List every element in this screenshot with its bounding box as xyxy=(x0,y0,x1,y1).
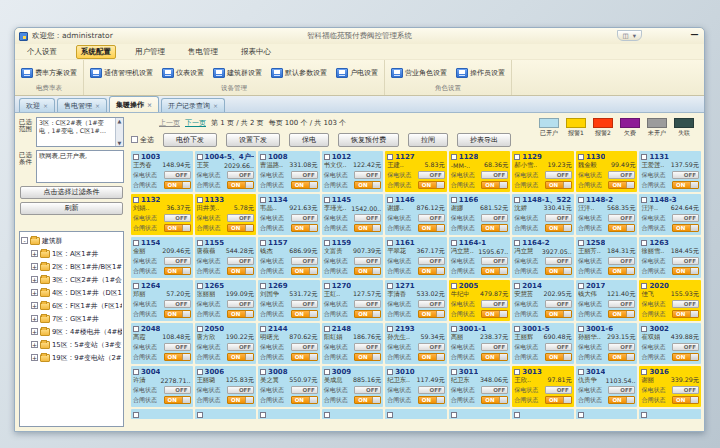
keep-power-toggle[interactable]: OFF xyxy=(227,257,254,265)
switch-status-toggle[interactable]: ON xyxy=(545,396,572,404)
room-card[interactable]: 1128-MM-..68.36元保电状态OFF合闸状态ON xyxy=(449,151,511,192)
room-checkbox[interactable] xyxy=(641,326,647,332)
room-card[interactable]: 1154金丽209.46元保电状态OFF合闸状态ON xyxy=(131,237,193,278)
listbox-scrollbar[interactable]: ▲▼ xyxy=(115,118,123,146)
ribbon-button[interactable]: 默认参数设置 xyxy=(270,67,328,79)
room-checkbox[interactable] xyxy=(260,154,266,160)
select-all-checkbox[interactable] xyxy=(131,136,138,143)
minimize-button[interactable]: — xyxy=(689,31,700,40)
tab-3[interactable]: 集暖操作× xyxy=(109,96,159,112)
tree-root[interactable]: -建筑群 xyxy=(21,234,122,247)
switch-status-toggle[interactable]: ON xyxy=(354,396,381,404)
room-checkbox[interactable] xyxy=(133,240,139,246)
room-card[interactable]: 2014安慧芸202.95元保电状态OFF合闸状态ON xyxy=(512,280,574,321)
room-card[interactable]: 3001-6孙丽华..293.15元保电状态OFF合闸状态ON xyxy=(576,323,638,364)
room-card[interactable]: 3001-5王丽辉690.48元保电状态OFF合闸状态ON xyxy=(512,323,574,364)
keep-power-toggle[interactable]: OFF xyxy=(227,214,254,222)
switch-status-toggle[interactable]: ON xyxy=(291,267,318,275)
tab-close-icon[interactable]: × xyxy=(95,102,100,109)
tree-item-2[interactable]: +2区：B区1#井/B区1# xyxy=(21,260,122,273)
switch-status-toggle[interactable]: ON xyxy=(227,267,254,275)
switch-status-toggle[interactable]: ON xyxy=(672,224,699,232)
keep-power-toggle[interactable]: OFF xyxy=(164,171,191,179)
room-checkbox[interactable] xyxy=(578,369,584,375)
switch-status-toggle[interactable]: ON xyxy=(164,224,191,232)
scroll-up-icon[interactable]: ▲ xyxy=(118,118,122,124)
room-card[interactable] xyxy=(576,409,638,419)
room-checkbox[interactable] xyxy=(324,369,330,375)
room-card[interactable]: 3008吴之翼550.97元保电状态OFF合闸状态ON xyxy=(258,366,320,407)
room-checkbox[interactable] xyxy=(324,197,330,203)
tab-4[interactable]: 开户记录查询× xyxy=(161,98,225,112)
keep-power-toggle[interactable]: OFF xyxy=(291,257,318,265)
keep-power-toggle[interactable]: OFF xyxy=(418,257,445,265)
room-checkbox[interactable] xyxy=(324,154,330,160)
room-checkbox[interactable] xyxy=(197,369,203,375)
room-card[interactable]: 3016谢丽339.29元保电状态OFF合闸状态ON xyxy=(639,366,701,407)
room-checkbox[interactable] xyxy=(197,240,203,246)
keep-power-toggle[interactable]: OFF xyxy=(418,214,445,222)
keep-power-toggle[interactable]: OFF xyxy=(164,300,191,308)
tree-item-9[interactable]: +19区：9#变电站（2# xyxy=(21,351,122,364)
room-card[interactable]: 1130魏金毅99.49元保电状态OFF合闸状态ON xyxy=(576,151,638,192)
keep-power-toggle[interactable]: OFF xyxy=(354,300,381,308)
tree-expander-icon[interactable]: + xyxy=(31,315,38,322)
keep-power-toggle[interactable]: OFF xyxy=(545,343,572,351)
switch-status-toggle[interactable]: ON xyxy=(354,267,381,275)
action-button[interactable]: 恢复预付费 xyxy=(338,133,399,147)
room-checkbox[interactable] xyxy=(641,154,647,160)
keep-power-toggle[interactable]: OFF xyxy=(481,343,508,351)
room-checkbox[interactable] xyxy=(260,197,266,203)
switch-status-toggle[interactable]: ON xyxy=(291,310,318,318)
room-card[interactable]: 1129郝小雪..19.23元保电状态OFF合闸状态ON xyxy=(512,151,574,192)
select-all[interactable]: 全选 xyxy=(131,135,154,145)
switch-status-toggle[interactable]: ON xyxy=(227,310,254,318)
room-card[interactable] xyxy=(258,409,320,419)
tree-expander-icon[interactable]: + xyxy=(31,289,38,296)
room-card[interactable]: 3004许清2278.71..保电状态OFF合闸状态ON xyxy=(131,366,193,407)
choose-filter-button[interactable]: 点击选择过滤条件 xyxy=(20,186,123,199)
ribbon-button[interactable]: 通信管理机设置 xyxy=(89,67,154,79)
switch-status-toggle[interactable]: ON xyxy=(545,181,572,189)
room-card[interactable]: 2050唐方欣190.22元保电状态OFF合闸状态ON xyxy=(195,323,257,364)
switch-status-toggle[interactable]: ON xyxy=(481,181,508,189)
switch-status-toggle[interactable]: ON xyxy=(481,310,508,318)
room-checkbox[interactable] xyxy=(260,326,266,332)
room-checkbox[interactable] xyxy=(641,283,647,289)
room-checkbox[interactable] xyxy=(133,369,139,375)
menu-item-2[interactable]: 系统配置 xyxy=(76,45,116,59)
tree-expander-icon[interactable]: + xyxy=(31,276,38,283)
ribbon-collapse-control[interactable]: ◫ ▾ xyxy=(617,30,642,41)
keep-power-toggle[interactable]: OFF xyxy=(481,171,508,179)
selected-condition-box[interactable]: 联网表,已开户表, xyxy=(36,150,124,183)
room-card[interactable]: 1157钱杰686.99元保电状态OFF合闸状态ON xyxy=(258,237,320,278)
switch-status-toggle[interactable]: ON xyxy=(291,396,318,404)
room-checkbox[interactable] xyxy=(197,197,203,203)
room-checkbox[interactable] xyxy=(133,154,139,160)
switch-status-toggle[interactable]: ON xyxy=(227,396,254,404)
keep-power-toggle[interactable]: OFF xyxy=(418,171,445,179)
tab-1[interactable]: 欢迎× xyxy=(19,98,55,112)
room-checkbox[interactable] xyxy=(324,326,330,332)
switch-status-toggle[interactable]: ON xyxy=(608,224,635,232)
room-checkbox[interactable] xyxy=(324,412,330,418)
room-checkbox[interactable] xyxy=(197,283,203,289)
keep-power-toggle[interactable]: OFF xyxy=(354,343,381,351)
switch-status-toggle[interactable]: ON xyxy=(227,224,254,232)
room-checkbox[interactable] xyxy=(387,412,393,418)
keep-power-toggle[interactable]: OFF xyxy=(481,257,508,265)
room-checkbox[interactable] xyxy=(641,240,647,246)
tree-item-5[interactable]: +6区：F区1#井（F区1# xyxy=(21,299,122,312)
ribbon-button[interactable]: 建筑群设置 xyxy=(212,67,263,79)
room-card[interactable]: 3010纪卫东..117.49元保电状态OFF合闸状态ON xyxy=(385,366,447,407)
room-card[interactable] xyxy=(449,409,511,419)
switch-status-toggle[interactable]: ON xyxy=(608,396,635,404)
selected-range-listbox[interactable]: 3区：C区2#表（1#变电，1#变电，C区1#… ▲▼ xyxy=(36,117,124,147)
keep-power-toggle[interactable]: OFF xyxy=(354,214,381,222)
keep-power-toggle[interactable]: OFF xyxy=(354,386,381,394)
switch-status-toggle[interactable]: ON xyxy=(608,181,635,189)
switch-status-toggle[interactable]: ON xyxy=(481,396,508,404)
switch-status-toggle[interactable]: ON xyxy=(354,181,381,189)
switch-status-toggle[interactable]: ON xyxy=(545,353,572,361)
switch-status-toggle[interactable]: ON xyxy=(481,353,508,361)
